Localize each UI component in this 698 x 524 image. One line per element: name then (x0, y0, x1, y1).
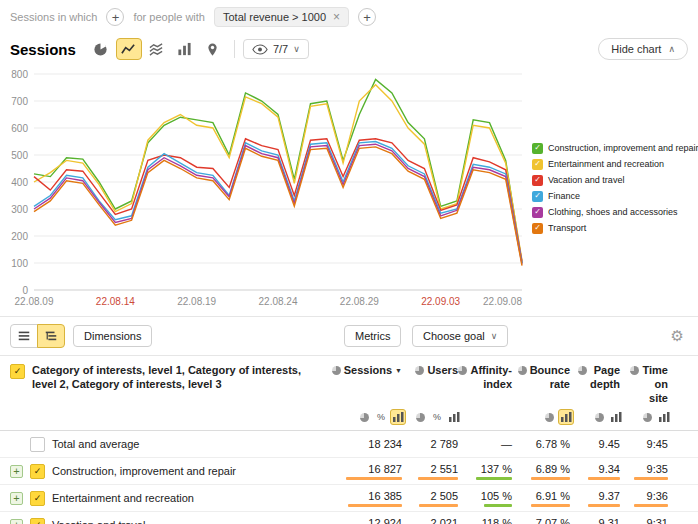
column-header-time[interactable]: Time on site (630, 356, 678, 408)
pie-toggle-icon[interactable] (591, 409, 607, 425)
row-checkbox[interactable] (30, 437, 45, 452)
add-people-condition-button[interactable]: + (358, 8, 376, 26)
column-header-affinity[interactable]: Affinity-index (468, 356, 522, 408)
cell-users: 2 551 (412, 458, 468, 485)
chart-type-line-icon[interactable] (116, 38, 142, 60)
settings-gear-icon[interactable]: ⚙ (671, 327, 684, 345)
cell-bounce: 6.91 % (522, 485, 580, 512)
cell-value: 2 021 (430, 517, 458, 524)
select-all-checkbox[interactable]: ✓ (10, 364, 25, 379)
legend-checkbox[interactable]: ✓ (532, 175, 543, 186)
report-table: ✓Category of interests, level 1, Categor… (0, 355, 698, 524)
segment-chip-label: Total revenue > 1000 (223, 11, 326, 23)
legend-checkbox[interactable]: ✓ (532, 143, 543, 154)
segment-filter-bar: Sessions in which + for people with Tota… (0, 0, 698, 34)
cell-affinity: 105 % (468, 485, 522, 512)
table-row: Total and average18 2342 789—6.78 %9.459… (0, 431, 698, 458)
legend-label: Construction, improvement and repair (548, 143, 698, 153)
cell-bar (419, 504, 458, 507)
cell-bounce: 6.78 % (522, 431, 580, 458)
bars-toggle-icon[interactable] (608, 409, 624, 425)
row-checkbox[interactable]: ✓ (30, 518, 45, 524)
pie-toggle-icon[interactable] (541, 409, 557, 425)
column-header-depth[interactable]: Page depth (580, 356, 630, 408)
expand-row-button[interactable]: + (10, 465, 23, 478)
list-view-icon[interactable] (10, 324, 38, 348)
legend-checkbox[interactable]: ✓ (532, 207, 543, 218)
table-toolbar: Dimensions Metrics Choose goal ∨ ⚙ (0, 316, 698, 355)
chevron-up-icon: ∧ (668, 44, 675, 54)
x-axis-tick-label: 22.08.14 (96, 296, 135, 307)
expand-row-button[interactable]: + (10, 519, 23, 524)
column-header-sessions[interactable]: Sessions▼ (336, 356, 412, 408)
table-row: +✓Vacation and travel12 9242 021118 %7.0… (0, 512, 698, 524)
cell-affinity: 118 % (468, 512, 522, 524)
legend-item[interactable]: ✓Transport (532, 223, 698, 234)
legend-label: Vacation and travel (548, 175, 624, 185)
cell-value: 137 % (481, 463, 512, 475)
legend-label: Clothing, shoes and accessories (548, 207, 678, 217)
cell-value: 7.07 % (536, 517, 570, 524)
add-session-condition-button[interactable]: + (106, 8, 124, 26)
metric-pie-icon (518, 366, 527, 375)
sort-desc-icon[interactable]: ▼ (395, 367, 402, 376)
hide-chart-button[interactable]: Hide chart ∧ (598, 38, 688, 60)
chip-remove-icon[interactable]: × (333, 11, 340, 23)
series-visibility-dropdown[interactable]: 7/7 ∨ (243, 39, 309, 59)
bars-toggle-icon[interactable] (656, 409, 672, 425)
chevron-down-icon: ∨ (293, 44, 300, 54)
column-header-bounce[interactable]: Bounce rate (522, 356, 580, 408)
sessions-chart-svg: 010020030040050060070080022.08.0922.08.1… (4, 64, 528, 310)
bars-toggle-icon[interactable] (558, 409, 574, 425)
filter-people-label: for people with (133, 11, 205, 23)
cell-value: 6.89 % (536, 463, 570, 475)
eye-icon (252, 44, 268, 55)
bars-toggle-icon[interactable] (446, 409, 462, 425)
legend-item[interactable]: ✓Entertainment and recreation (532, 159, 698, 170)
percent-toggle-icon[interactable]: % (373, 409, 389, 425)
chart-type-columns-icon[interactable] (172, 38, 198, 60)
column-header-label: Users (427, 364, 458, 378)
legend-item[interactable]: ✓Construction, improvement and repair (532, 143, 698, 154)
pie-glyph (416, 413, 425, 422)
metric-pie-icon (415, 366, 424, 375)
cell-time: 9:36 (630, 485, 678, 512)
expand-row-button[interactable]: + (10, 492, 23, 505)
pie-toggle-icon[interactable] (412, 409, 428, 425)
cell-depth: 9.45 (580, 431, 630, 458)
pie-toggle-icon[interactable] (356, 409, 372, 425)
column-header-users[interactable]: Users (412, 356, 468, 408)
metrics-button[interactable]: Metrics (344, 325, 401, 347)
dimension-header-cell: ✓Category of interests, level 1, Categor… (0, 356, 336, 408)
cell-value: 2 551 (430, 463, 458, 475)
legend-item[interactable]: ✓Vacation and travel (532, 175, 698, 186)
bars-toggle-icon[interactable] (390, 409, 406, 425)
chart-type-pie-icon[interactable] (88, 38, 114, 60)
legend-checkbox[interactable]: ✓ (532, 191, 543, 202)
row-checkbox[interactable]: ✓ (30, 464, 45, 479)
row-checkbox[interactable]: ✓ (30, 491, 45, 506)
sessions-line-chart: 010020030040050060070080022.08.0922.08.1… (4, 64, 528, 312)
cell-value: 9.37 (599, 490, 620, 502)
percent-toggle-icon[interactable]: % (429, 409, 445, 425)
row-end-spacer (678, 431, 698, 458)
table-row: +✓Entertainment and recreation16 3852 50… (0, 485, 698, 512)
toolbar-divider (234, 40, 235, 58)
row-label: Entertainment and recreation (52, 492, 194, 504)
chart-type-map-icon[interactable] (200, 38, 226, 60)
tree-view-icon[interactable] (37, 324, 65, 348)
segment-chip[interactable]: Total revenue > 1000 × (214, 7, 349, 27)
x-axis-tick-label: 22.09.08 (483, 296, 522, 307)
legend-checkbox[interactable]: ✓ (532, 223, 543, 234)
legend-item[interactable]: ✓Finance (532, 191, 698, 202)
pie-toggle-icon[interactable] (639, 409, 655, 425)
cell-value: 118 % (482, 517, 512, 524)
choose-goal-button[interactable]: Choose goal ∨ (412, 325, 508, 347)
cell-value: 6.91 % (536, 490, 570, 502)
legend-checkbox[interactable]: ✓ (532, 159, 543, 170)
legend-item[interactable]: ✓Clothing, shoes and accessories (532, 207, 698, 218)
chart-type-stacked-lines-icon[interactable] (144, 38, 170, 60)
series-line (34, 79, 522, 263)
metric-pie-icon (630, 366, 639, 375)
dimensions-button[interactable]: Dimensions (73, 325, 152, 347)
